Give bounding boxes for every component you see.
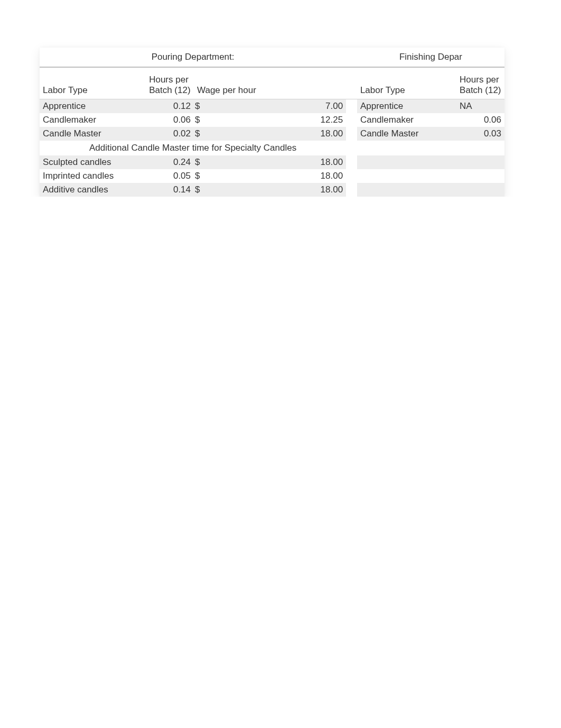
hours-cell: 0.02 — [146, 127, 194, 141]
labor-label: Candle Master — [357, 127, 456, 141]
labor-table: Pouring Department: Finishing Depar Labo… — [40, 48, 504, 197]
wage-cell: 18.00 — [209, 155, 347, 169]
hours-cell: 0.06 — [146, 113, 194, 127]
wage-cell: 18.00 — [209, 127, 347, 141]
wage-cell: 18.00 — [209, 183, 347, 197]
labor-label: Apprentice — [357, 99, 456, 114]
department-header-row: Pouring Department: Finishing Depar — [40, 48, 504, 67]
spreadsheet-region: Pouring Department: Finishing Depar Labo… — [40, 48, 504, 197]
table-row: Additive candles 0.14 $ 18.00 — [40, 183, 504, 197]
currency-symbol: $ — [194, 127, 209, 141]
table-row: Apprentice 0.12 $ 7.00 Apprentice NA — [40, 99, 504, 114]
pouring-dept-title: Pouring Department: — [40, 48, 346, 67]
header-labor-type-pouring: Labor Type — [40, 69, 146, 99]
hours-cell: 0.03 — [456, 127, 504, 141]
column-gap — [346, 48, 357, 67]
header-hours-pouring: Hours per Batch (12) — [146, 69, 194, 99]
specialty-label: Additive candles — [40, 183, 146, 197]
table-row: Candlemaker 0.06 $ 12.25 Candlemaker 0.0… — [40, 113, 504, 127]
hours-cell: 0.12 — [146, 99, 194, 114]
column-header-row: Labor Type Hours per Batch (12) Wage per… — [40, 69, 504, 99]
specialty-label: Imprinted candles — [40, 169, 146, 183]
labor-label: Apprentice — [40, 99, 146, 114]
header-labor-type-finishing: Labor Type — [357, 69, 456, 99]
hours-cell: 0.24 — [146, 155, 194, 169]
hours-cell: NA — [456, 99, 504, 114]
currency-symbol: $ — [194, 113, 209, 127]
header-wage: Wage per hour — [194, 69, 346, 99]
wage-cell: 12.25 — [209, 113, 347, 127]
specialty-section-title-row: Additional Candle Master time for Specia… — [40, 141, 504, 155]
labor-label: Candlemaker — [357, 113, 456, 127]
wage-cell: 7.00 — [209, 99, 347, 114]
currency-symbol: $ — [194, 169, 209, 183]
table-row: Candle Master 0.02 $ 18.00 Candle Master… — [40, 127, 504, 141]
header-hours-finishing: Hours per Batch (12) — [456, 69, 504, 99]
currency-symbol: $ — [194, 155, 209, 169]
table-row: Imprinted candles 0.05 $ 18.00 — [40, 169, 504, 183]
specialty-label: Sculpted candles — [40, 155, 146, 169]
wage-cell: 18.00 — [209, 169, 347, 183]
currency-symbol: $ — [194, 183, 209, 197]
finishing-dept-title: Finishing Depar — [357, 48, 504, 67]
hours-cell: 0.14 — [146, 183, 194, 197]
hours-cell: 0.05 — [146, 169, 194, 183]
hours-cell: 0.06 — [456, 113, 504, 127]
labor-label: Candle Master — [40, 127, 146, 141]
currency-symbol: $ — [194, 99, 209, 114]
table-row: Sculpted candles 0.24 $ 18.00 — [40, 155, 504, 169]
specialty-section-title: Additional Candle Master time for Specia… — [40, 141, 346, 155]
labor-label: Candlemaker — [40, 113, 146, 127]
